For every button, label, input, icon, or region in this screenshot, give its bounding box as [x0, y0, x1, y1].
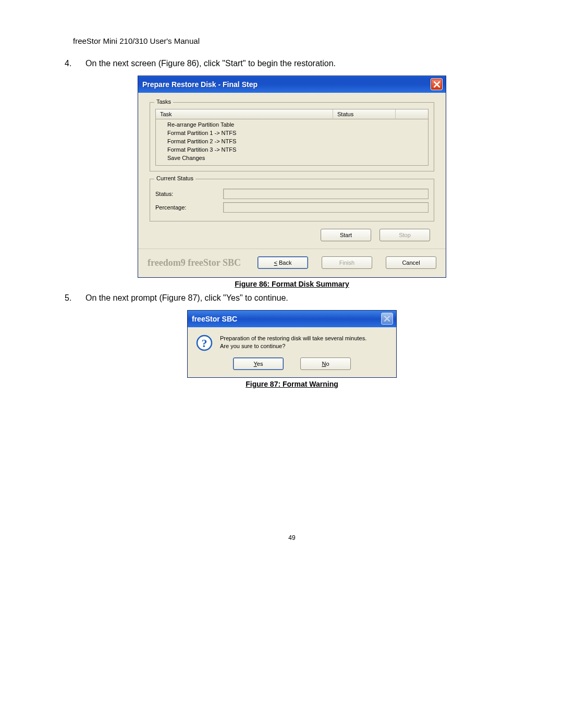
percentage-label: Percentage:	[155, 204, 223, 211]
task-row[interactable]: Format Partition 1 -> NTFS	[156, 129, 428, 137]
titlebar[interactable]: Prepare Restore Disk - Final Step	[138, 76, 446, 93]
col-task-header[interactable]: Task	[156, 109, 333, 119]
question-icon: ?	[196, 335, 213, 351]
titlebar[interactable]: freeStor SBC	[188, 311, 396, 327]
close-icon[interactable]	[431, 78, 443, 90]
col-spare-header	[396, 109, 428, 119]
current-status-legend: Current Status	[154, 175, 195, 181]
step-5: 5.On the next prompt (Figure 87), click …	[85, 293, 511, 303]
no-button[interactable]: No	[300, 357, 351, 370]
tasks-legend: Tasks	[154, 98, 173, 105]
tasks-table: Task Status Re-arrange Partition Table F…	[155, 109, 429, 166]
figure87-caption: Figure 87: Format Warning	[73, 380, 511, 388]
dialog-freestor-sbc: freeStor SBC ? Preparation of the restor…	[187, 310, 397, 378]
stop-button: Stop	[380, 229, 430, 241]
titlebar-text: Prepare Restore Disk - Final Step	[142, 80, 258, 89]
task-row[interactable]: Format Partition 2 -> NTFS	[156, 137, 428, 145]
cancel-button[interactable]: Cancel	[386, 256, 436, 269]
task-row[interactable]: Format Partition 3 -> NTFS	[156, 145, 428, 154]
percentage-field	[223, 202, 429, 213]
dialog-prepare-restore: Prepare Restore Disk - Final Step Tasks …	[138, 76, 446, 278]
titlebar-text: freeStor SBC	[192, 315, 237, 323]
start-button[interactable]: Start	[321, 229, 371, 241]
current-status-groupbox: Current Status Status: Percentage:	[150, 179, 434, 221]
back-button[interactable]: < Back	[258, 256, 308, 269]
tasks-groupbox: Tasks Task Status Re-arrange Partition T…	[150, 102, 434, 171]
status-field	[223, 189, 429, 199]
yes-button[interactable]: Yes	[233, 357, 284, 370]
col-status-header[interactable]: Status	[333, 109, 396, 119]
task-row[interactable]: Re-arrange Partition Table	[156, 120, 428, 129]
finish-button: Finish	[322, 256, 372, 269]
svg-text:?: ?	[202, 337, 207, 350]
doc-header: freeStor Mini 210/310 User's Manual	[73, 36, 511, 45]
figure86-caption: Figure 86: Format Disk Summary	[73, 280, 511, 288]
close-icon[interactable]	[381, 313, 393, 325]
message-text: Preparation of the restoring disk will t…	[220, 335, 366, 350]
status-label: Status:	[155, 191, 223, 197]
step-4: 4.On the next screen (Figure 86), click …	[85, 59, 511, 68]
brand-text: freedom9 freeStor SBC	[148, 257, 241, 268]
task-row[interactable]: Save Changes	[156, 154, 428, 162]
page-number: 49	[73, 534, 511, 541]
